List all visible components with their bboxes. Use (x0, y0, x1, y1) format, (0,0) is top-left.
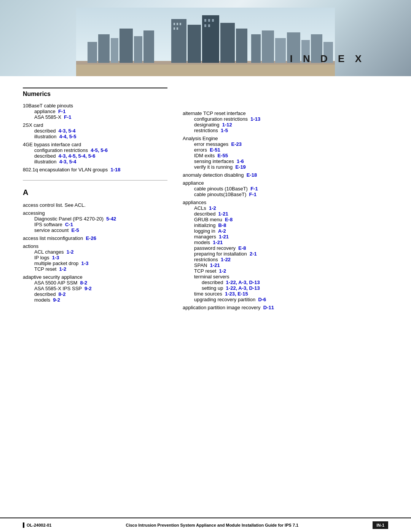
entry-accessing-ips: IPS software C-1 (23, 222, 167, 227)
svg-rect-3 (88, 42, 97, 63)
entry-appliances-login: logging in A-2 (183, 228, 388, 234)
entry-app-partition-main: application partition image recovery D-1… (183, 305, 388, 310)
svg-rect-8 (143, 30, 154, 63)
entry-adaptive-main: adaptive security appliance (23, 274, 167, 280)
entry-acl: access control list. See ACL. (23, 202, 167, 208)
entry-ae-sensing: sensing interfaces 1-6 (183, 158, 388, 164)
entry-adaptive-described: described 8-2 (23, 291, 167, 297)
entry-alt-tcp: alternate TCP reset interface configurat… (183, 110, 388, 133)
entry-10baset-appliance: appliance F-1 (23, 109, 167, 114)
entry-appliances-grub: GRUB menu E-8 (183, 217, 388, 222)
entry-appliances-models: models 1-21 (183, 240, 388, 245)
svg-rect-24 (174, 27, 175, 30)
entry-appliances-terminal-described: described 1-22, A-3, D-13 (183, 280, 388, 285)
entry-appliances-upgrade: upgrading recovery partition D-6 (183, 297, 388, 302)
numerics-heading: Numerics (23, 91, 167, 97)
entry-appliances-terminal: terminal servers (183, 274, 388, 280)
entry-ae-main: Analysis Engine (183, 136, 388, 141)
entry-app-partition: application partition image recovery D-1… (183, 305, 388, 310)
main-content: Numerics 10BaseT cable pinouts appliance… (0, 76, 411, 335)
svg-rect-12 (220, 23, 235, 63)
entry-accessing-service: service account E-5 (23, 227, 167, 233)
entry-alt-tcp-main: alternate TCP reset interface (183, 110, 388, 116)
svg-rect-15 (262, 30, 274, 63)
entry-actions-pktdrop: multiple packet drop 1-3 (23, 260, 167, 266)
entry-appliances-pwrec: password recovery E-8 (183, 245, 388, 251)
entry-appliances-span: SPAN 1-21 (183, 262, 388, 268)
entry-appliances-init: initializing B-8 (183, 222, 388, 228)
entry-appliances-main: appliances (183, 200, 388, 205)
entry-4ge-config: configuration restrictions 4-5, 5-6 (23, 147, 167, 153)
header-banner: I N D E X (0, 0, 411, 76)
entry-adaptive: adaptive security appliance ASA 5500 AIP… (23, 274, 167, 303)
entry-anomaly: anomaly detection disabling E-18 (183, 172, 388, 178)
footer-page: IN-1 (373, 521, 388, 529)
svg-rect-26 (204, 19, 206, 22)
section-a-heading: A (23, 188, 167, 197)
svg-rect-7 (134, 36, 142, 63)
entry-adaptive-asa5500: ASA 5500 AIP SSM 8-2 (23, 280, 167, 286)
entry-alt-tcp-config: configuration restrictions 1-13 (183, 116, 388, 122)
svg-rect-14 (251, 34, 261, 63)
svg-rect-4 (98, 34, 110, 63)
svg-rect-29 (204, 24, 206, 27)
entry-8021q: 802.1q encapsulation for VLAN groups 1-1… (23, 167, 167, 173)
svg-rect-31 (76, 64, 335, 76)
right-column: alternate TCP reset interface configurat… (183, 88, 388, 313)
entry-appliance-cable2: cable pinouts(10BaseT) F-1 (183, 192, 388, 197)
entry-appliance-main: appliance (183, 180, 388, 186)
entry-actions: actions ACL changes 1-2 IP logs 1-3 mult… (23, 243, 167, 272)
entry-4ge-illustration: illustration 4-3, 5-4 (23, 159, 167, 165)
entry-appliances-tcp: TCP reset 1-2 (183, 268, 388, 274)
entry-appliance-cable1: cable pinouts (10BaseT) F-1 (183, 186, 388, 192)
entry-4ge: 4GE bypass interface card configuration … (23, 142, 167, 165)
entry-appliances-time: time sources 1-23, E-15 (183, 291, 388, 297)
footer-left: OL-24002-01 (23, 522, 51, 528)
entry-appliance: appliance cable pinouts (10BaseT) F-1 ca… (183, 180, 388, 197)
entry-ae-errors: errors E-51 (183, 147, 388, 153)
entry-ae-errmsgs: error messages E-23 (183, 141, 388, 147)
entry-appliances-restrict: restrictions 1-22 (183, 257, 388, 262)
section-separator (23, 180, 167, 181)
svg-rect-21 (174, 23, 175, 25)
entry-2sx-illustration: illustration 4-4, 5-5 (23, 134, 167, 139)
entry-10baset-asa: ASA 5585-X F-1 (23, 114, 167, 120)
entry-accessing: accessing Diagnostic Panel (IPS 4270-20)… (23, 210, 167, 233)
entry-4ge-described: described 4-3, 4-5, 5-4, 5-6 (23, 153, 167, 159)
entry-actions-tcp: TCP reset 1-2 (23, 266, 167, 272)
entry-2sx-main: 2SX card (23, 122, 167, 128)
entry-accessing-main: accessing (23, 210, 167, 216)
entry-4ge-main: 4GE bypass interface card (23, 142, 167, 147)
entry-actions-main: actions (23, 243, 167, 249)
entry-10baset: 10BaseT cable pinouts appliance F-1 ASA … (23, 103, 167, 120)
svg-rect-13 (236, 29, 247, 63)
entry-appliances-managers: managers 1-21 (183, 234, 388, 240)
entry-appliances-prep: preparing for installation 2-1 (183, 251, 388, 257)
entry-access-list-misc: access list misconfiguration E-26 (23, 235, 167, 241)
entry-anomaly-main: anomaly detection disabling E-18 (183, 172, 388, 178)
entry-alt-tcp-designating: designating 1-12 (183, 122, 388, 128)
svg-rect-30 (208, 24, 210, 27)
entry-10baset-main: 10BaseT cable pinouts (23, 103, 167, 109)
entry-access-list-misc-main: access list misconfiguration E-26 (23, 235, 167, 241)
entry-alt-tcp-restrictions: restrictions 1-5 (183, 128, 388, 133)
numerics-section-header: Numerics (23, 88, 167, 97)
footer: OL-24002-01 Cisco Intrusion Prevention S… (0, 518, 411, 532)
footer-bar (23, 522, 24, 528)
entry-appliances: appliances ACLs 1-2 described 1-21 GRUB … (183, 200, 388, 302)
svg-rect-27 (208, 19, 210, 22)
entry-actions-iplogs: IP logs 1-3 (23, 255, 167, 260)
footer-doc-number: OL-24002-01 (27, 523, 51, 527)
svg-rect-5 (111, 38, 118, 63)
entry-2sx: 2SX card described 4-3, 5-4 illustration… (23, 122, 167, 139)
two-column-layout: Numerics 10BaseT cable pinouts appliance… (23, 88, 388, 313)
svg-rect-16 (275, 38, 286, 63)
entry-8021q-main: 802.1q encapsulation for VLAN groups 1-1… (23, 167, 167, 173)
entry-adaptive-models: models 9-2 (23, 297, 167, 303)
entry-appliances-acls: ACLs 1-2 (183, 205, 388, 211)
svg-rect-23 (180, 23, 181, 25)
footer-center: Cisco Intrusion Prevention System Applia… (51, 523, 373, 527)
city-skyline-svg (76, 8, 335, 76)
entry-ae-verify: verify it is running E-19 (183, 164, 388, 170)
svg-rect-10 (188, 25, 201, 63)
